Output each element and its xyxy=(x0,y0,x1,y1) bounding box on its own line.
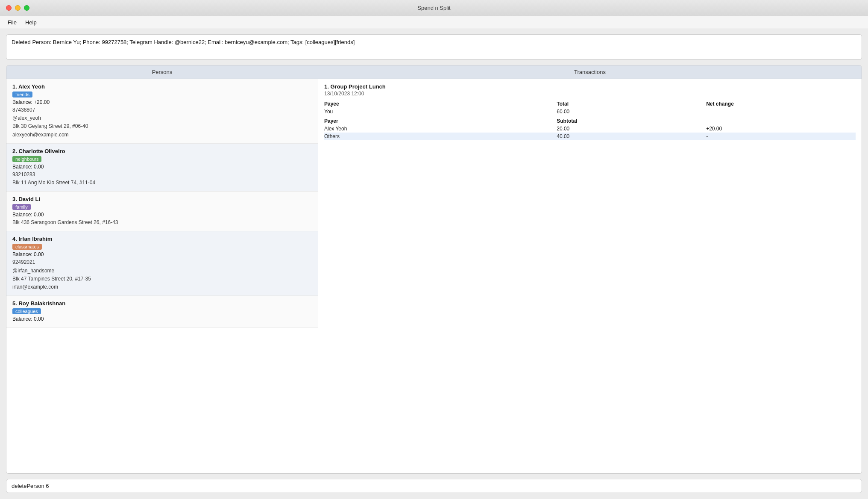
command-bar[interactable]: deletePerson 6 xyxy=(6,479,862,493)
person-name: 1. Alex Yeoh xyxy=(12,83,312,90)
person-balance: Balance: +20.00 xyxy=(12,99,312,105)
person-tag: neighbours xyxy=(12,156,41,162)
person-tag: classmates xyxy=(12,244,42,250)
menu-bar: File Help xyxy=(0,16,868,29)
person-balance: Balance: 0.00 xyxy=(12,251,312,257)
maximize-button[interactable] xyxy=(24,5,29,11)
persons-header: Persons xyxy=(6,65,318,79)
person-balance: Balance: 0.00 xyxy=(12,164,312,170)
list-item[interactable]: 5. Roy Balakrishnan colleagues Balance: … xyxy=(6,296,318,328)
person-address: Blk 11 Ang Mo Kio Street 74, #11-04 xyxy=(12,179,312,187)
person-email: alexyeoh@example.com xyxy=(12,131,312,139)
main-content: Persons 1. Alex Yeoh friends Balance: +2… xyxy=(6,65,862,474)
person-phone: 87438807 xyxy=(12,106,312,114)
person-tag: colleagues xyxy=(12,308,41,314)
table-row: Others 40.00 - xyxy=(324,133,856,140)
total-cell: 60.00 xyxy=(557,108,706,115)
payer-net: +20.00 xyxy=(706,125,856,133)
payer-name: Alex Yeoh xyxy=(324,125,557,133)
person-phone: 92492021 xyxy=(12,258,312,266)
table-row: You 60.00 xyxy=(324,108,856,115)
persons-panel: Persons 1. Alex Yeoh friends Balance: +2… xyxy=(6,65,318,473)
table-row: Alex Yeoh 20.00 +20.00 xyxy=(324,125,856,133)
person-balance: Balance: 0.00 xyxy=(12,316,312,322)
close-button[interactable] xyxy=(6,5,12,11)
title-bar: Spend n Split xyxy=(0,0,868,16)
person-phone: 93210283 xyxy=(12,171,312,179)
payer-header: Payer xyxy=(324,115,557,125)
payer-net: - xyxy=(706,133,856,140)
person-telegram: @irfan_handsome xyxy=(12,267,312,275)
list-item[interactable]: 2. Charlotte Oliveiro neighbours Balance… xyxy=(6,144,318,192)
transactions-panel: Transactions 1. Group Project Lunch 13/1… xyxy=(318,65,862,473)
payer-name: Others xyxy=(324,133,557,140)
col-header-net: Net change xyxy=(706,100,856,108)
list-item[interactable]: 1. Alex Yeoh friends Balance: +20.00 874… xyxy=(6,79,318,144)
menu-help[interactable]: Help xyxy=(21,18,41,27)
output-area: Deleted Person: Bernice Yu; Phone: 99272… xyxy=(6,34,862,60)
window-controls[interactable] xyxy=(6,5,29,11)
person-name: 4. Irfan Ibrahim xyxy=(12,236,312,242)
person-name: 3. David Li xyxy=(12,196,312,202)
transaction-table: Payee Total Net change You 60.00 Payer S… xyxy=(324,100,856,140)
person-address: Blk 436 Serangoon Gardens Street 26, #16… xyxy=(12,218,312,227)
person-name: 5. Roy Balakrishnan xyxy=(12,300,312,307)
menu-file[interactable]: File xyxy=(3,18,21,27)
minimize-button[interactable] xyxy=(15,5,21,11)
table-row: Payer Subtotal xyxy=(324,115,856,125)
transaction-date: 13/10/2023 12:00 xyxy=(324,91,856,97)
person-tag: friends xyxy=(12,92,32,97)
person-balance: Balance: 0.00 xyxy=(12,212,312,218)
subtotal-header: Subtotal xyxy=(557,115,706,125)
transactions-header: Transactions xyxy=(318,65,862,79)
person-name: 2. Charlotte Oliveiro xyxy=(12,148,312,154)
app-title: Spend n Split xyxy=(417,5,450,11)
payer-subtotal: 20.00 xyxy=(557,125,706,133)
person-tag: family xyxy=(12,204,31,210)
col-header-total: Total xyxy=(557,100,706,108)
output-text: Deleted Person: Bernice Yu; Phone: 99272… xyxy=(12,39,355,45)
list-item[interactable]: 4. Irfan Ibrahim classmates Balance: 0.0… xyxy=(6,231,318,296)
col-header-payee: Payee xyxy=(324,100,557,108)
net-cell xyxy=(706,108,856,115)
transaction-item: 1. Group Project Lunch 13/10/2023 12:00 … xyxy=(318,79,862,145)
persons-list: 1. Alex Yeoh friends Balance: +20.00 874… xyxy=(6,79,318,473)
transaction-name: 1. Group Project Lunch xyxy=(324,83,856,90)
list-item[interactable]: 3. David Li family Balance: 0.00 Blk 436… xyxy=(6,192,318,231)
payee-cell: You xyxy=(324,108,557,115)
payer-subtotal: 40.00 xyxy=(557,133,706,140)
person-address: Blk 30 Geylang Street 29, #06-40 xyxy=(12,122,312,130)
person-address: Blk 47 Tampines Street 20, #17-35 xyxy=(12,275,312,283)
command-text: deletePerson 6 xyxy=(12,483,49,489)
person-telegram: @alex_yeoh xyxy=(12,114,312,122)
person-email: irfan@example.com xyxy=(12,283,312,291)
